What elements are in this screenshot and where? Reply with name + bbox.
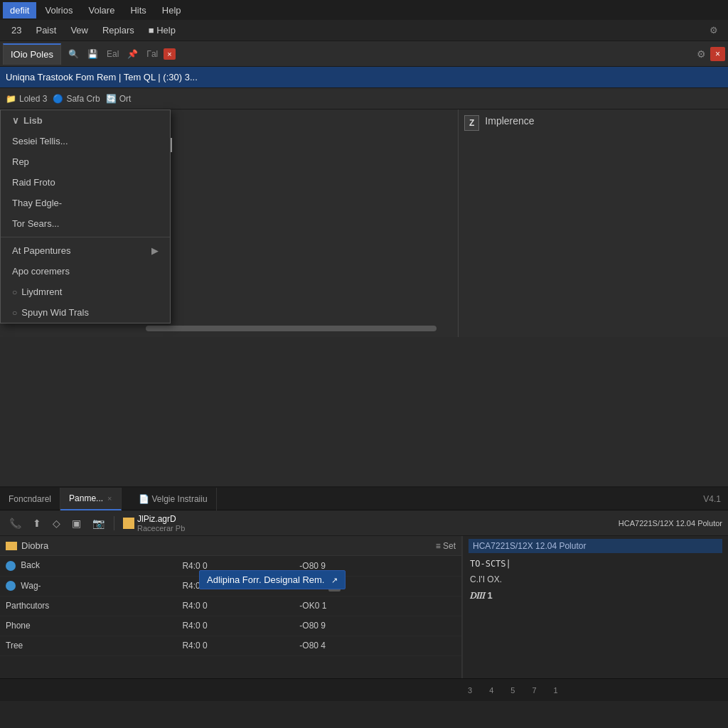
menu-help-top[interactable]: Help — [155, 2, 188, 18]
implerence-label: Implerence — [485, 115, 534, 127]
settings-icon[interactable]: ⚙ — [705, 22, 722, 38]
upload-btn[interactable]: ⬆ — [29, 515, 45, 531]
ruler-3: 3 — [468, 686, 472, 695]
tooltip-popup: Adlipina Forr. Designal Rem. — [199, 570, 346, 589]
tab-actions: 🔍 💾 Eal 📌 Γal × — [65, 48, 176, 60]
cell-col3: -OK0 1 — [294, 596, 461, 616]
ort-icon: 🔄 — [106, 94, 117, 104]
bottom-right-panel: HCA7221S/12X 12.04 Polutor TO-SCTS| C.I'… — [462, 536, 728, 678]
gamma-btn[interactable]: Γal — [144, 48, 161, 60]
loled-label: Loled 3 — [19, 94, 47, 104]
bottom-toolbar: 📞 ⬆ ◇ ▣ 📷 JlPiz.agrD Racecerar Pb HCA722… — [0, 510, 728, 536]
menu-sesiei[interactable]: Sesiei Tellis... — [1, 131, 170, 151]
ruler-4: 4 — [489, 686, 493, 695]
menu-help-second[interactable]: ■ Help — [143, 22, 181, 38]
menu-hits[interactable]: Hits — [123, 2, 153, 18]
line2-text: 𝐷𝐼𝐼𝐼 1 — [470, 590, 493, 601]
cursor-indicator — [171, 138, 172, 152]
file-tab-icon: 📄 — [139, 494, 149, 504]
tooltip-text: Adlipina Forr. Designal Rem. — [207, 574, 324, 585]
filename-text: JlPiz.agrD — [137, 514, 185, 524]
set-button[interactable]: ≡ Set — [436, 541, 456, 551]
menu-thay[interactable]: Thay Edgle- — [1, 193, 170, 213]
info-area: HCA7221S/12X 12.04 Polutor — [619, 519, 722, 528]
cursor-text: TO-SCTS| — [470, 559, 511, 569]
arrow-icon: ▶ — [151, 245, 159, 256]
pin-btn[interactable]: 📌 — [124, 48, 141, 60]
menu-volare[interactable]: Volare — [82, 2, 122, 18]
menu-apo[interactable]: Apo coremers — [1, 261, 170, 282]
cell-col3: -O80 4 — [294, 636, 461, 655]
tab-panme[interactable]: Panme... × — [60, 488, 121, 510]
diamond-btn[interactable]: ◇ — [49, 515, 64, 531]
foncndarel-label: Foncndarel — [9, 494, 51, 504]
scrollbar-horizontal[interactable] — [146, 326, 437, 331]
at-label: At Papentures — [12, 245, 70, 256]
bottom-content: Diobra ≡ Set Back R4:0 0 -O80 9 — [0, 536, 728, 678]
version-label: V4.1 — [696, 491, 728, 507]
subtitle-text: Racecerar Pb — [137, 524, 185, 532]
cell-col2: R4:0 0 — [176, 596, 294, 616]
tor-label: Tor Sears... — [12, 218, 59, 229]
menu-defiit[interactable]: defiit — [3, 2, 36, 18]
cell-name: Wag- — [0, 576, 176, 596]
right-panel: Z Implerence — [458, 109, 728, 337]
toolbar-item-safa[interactable]: 🔵 Safa Crb — [53, 94, 100, 104]
row-wag-name: Wag- — [21, 581, 41, 591]
rep-label: Rep — [12, 156, 29, 167]
menu-23[interactable]: 23 — [6, 22, 27, 38]
menu-liydmrent[interactable]: ○ Liydmrent — [1, 282, 170, 302]
menu-paist[interactable]: Paist — [30, 22, 62, 38]
line2: 𝐷𝐼𝐼𝐼 1 — [469, 587, 722, 604]
panme-close[interactable]: × — [107, 494, 112, 503]
eal-btn[interactable]: Eal — [104, 48, 122, 60]
menubar-second: 23 Paist Vew Replars ■ Help ⚙ — [0, 20, 728, 41]
ruler-label: 3 4 5 7 1 — [468, 686, 558, 695]
menu-vew[interactable]: Vew — [65, 22, 94, 38]
menu-replars[interactable]: Replars — [97, 22, 140, 38]
velgie-label: Velgie Instraiiu — [152, 494, 208, 504]
toolbar-item-ort[interactable]: 🔄 Ort — [106, 94, 132, 104]
save-btn[interactable]: 💾 — [85, 48, 101, 60]
active-path: Uniqna Trastook Fom Rem | Tem QL | (:30)… — [0, 67, 728, 88]
folder-icon-diobra — [6, 542, 17, 550]
cursor-line: TO-SCTS| — [469, 556, 722, 572]
info-icon — [6, 581, 16, 591]
toolbar-item-loled[interactable]: 📁 Loled 3 — [6, 94, 47, 104]
square-btn[interactable]: ▣ — [68, 515, 85, 531]
menu-spuyn[interactable]: ○ Spuyn Wid Trals — [1, 302, 170, 323]
table-row[interactable]: Tree R4:0 0 -O80 4 — [0, 636, 461, 655]
tab-close-btn[interactable]: × — [164, 48, 175, 60]
menu-at-papentures[interactable]: At Papentures ▶ — [1, 240, 170, 261]
tab-foncndarel[interactable]: Foncndarel — [0, 488, 60, 510]
ruler-1: 1 — [554, 686, 558, 695]
menu-separator — [1, 237, 170, 237]
gear-button[interactable]: ⚙ — [692, 46, 710, 63]
bottom-panel: Foncndarel Panme... × 📄 Velgie Instraiiu… — [0, 486, 728, 728]
chevron-down-icon: ∨ — [12, 115, 19, 126]
tab-bar: IOio Poles 🔍 💾 Eal 📌 Γal × ⚙ × — [0, 41, 728, 67]
menu-raid[interactable]: Raid Froto — [1, 172, 170, 193]
phone-btn[interactable]: 📞 — [6, 515, 25, 531]
toolbar-row: 📁 Loled 3 🔵 Safa Crb 🔄 Ort — [0, 88, 728, 109]
safa-icon: 🔵 — [53, 94, 63, 104]
tab-ioio-poles[interactable]: IOio Poles — [3, 43, 61, 65]
camera-btn[interactable]: 📷 — [89, 515, 108, 531]
apo-label: Apo coremers — [12, 266, 70, 277]
menu-rep[interactable]: Rep — [1, 151, 170, 172]
table-row[interactable]: Phone R4:0 0 -O80 9 — [0, 616, 461, 636]
main-area: ∨ Lisb Sesiei Tellis... Rep Raid Froto T… — [0, 109, 728, 337]
bottom-tab-bar: Foncndarel Panme... × 📄 Velgie Instraiiu… — [0, 488, 728, 510]
toolbar-separator — [114, 516, 114, 530]
table-row[interactable]: Parthcutors R4:0 0 -OK0 1 — [0, 596, 461, 616]
search-btn[interactable]: 🔍 — [65, 48, 82, 60]
tab-velgie[interactable]: 📄 Velgie Instraiiu — [130, 488, 217, 510]
menubar-top: defiit Volrios Volare Hits Help — [0, 0, 728, 20]
menu-tor[interactable]: Tor Sears... — [1, 213, 170, 234]
menu-lisb-header: ∨ Lisb — [1, 110, 170, 131]
raid-label: Raid Froto — [12, 177, 55, 188]
tab-label: IOio Poles — [11, 49, 53, 60]
close-right-btn[interactable]: × — [710, 47, 725, 61]
sesiei-label: Sesiei Tellis... — [12, 136, 68, 146]
menu-volrios[interactable]: Volrios — [38, 2, 80, 18]
